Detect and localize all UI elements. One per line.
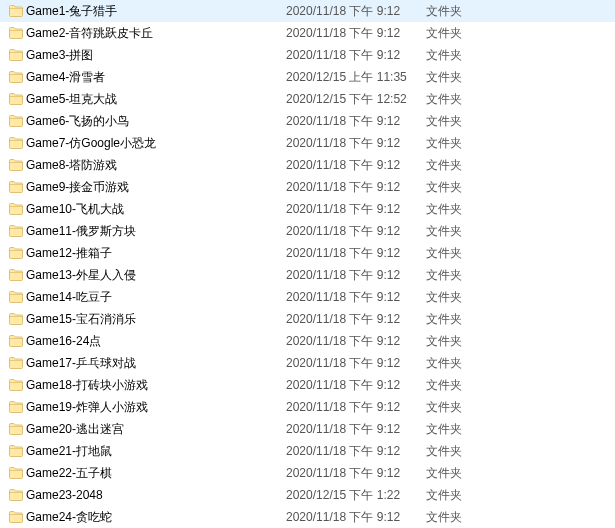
file-row[interactable]: Game15-宝石消消乐 2020/11/18 下午 9:12 文件夹 <box>0 308 615 330</box>
folder-icon <box>6 113 26 129</box>
file-list: Game1-兔子猎手 2020/11/18 下午 9:12 文件夹 Game2-… <box>0 0 615 528</box>
folder-icon <box>6 399 26 415</box>
file-name: Game2-音符跳跃皮卡丘 <box>26 25 286 42</box>
file-name: Game23-2048 <box>26 488 286 502</box>
file-row[interactable]: Game17-乒乓球对战 2020/11/18 下午 9:12 文件夹 <box>0 352 615 374</box>
file-date: 2020/12/15 下午 12:52 <box>286 91 426 108</box>
file-name: Game17-乒乓球对战 <box>26 355 286 372</box>
file-date: 2020/12/15 下午 1:22 <box>286 487 426 504</box>
file-date: 2020/11/18 下午 9:12 <box>286 377 426 394</box>
folder-icon <box>6 201 26 217</box>
file-name: Game18-打砖块小游戏 <box>26 377 286 394</box>
file-row[interactable]: Game13-外星人入侵 2020/11/18 下午 9:12 文件夹 <box>0 264 615 286</box>
file-type: 文件夹 <box>426 245 506 262</box>
file-name: Game21-打地鼠 <box>26 443 286 460</box>
folder-icon <box>6 69 26 85</box>
file-type: 文件夹 <box>426 47 506 64</box>
folder-icon <box>6 311 26 327</box>
folder-icon <box>6 509 26 525</box>
file-type: 文件夹 <box>426 267 506 284</box>
file-date: 2020/11/18 下午 9:12 <box>286 223 426 240</box>
folder-icon <box>6 245 26 261</box>
file-name: Game16-24点 <box>26 333 286 350</box>
file-date: 2020/11/18 下午 9:12 <box>286 509 426 526</box>
file-row[interactable]: Game24-贪吃蛇 2020/11/18 下午 9:12 文件夹 <box>0 506 615 528</box>
folder-icon <box>6 91 26 107</box>
file-type: 文件夹 <box>426 487 506 504</box>
file-date: 2020/11/18 下午 9:12 <box>286 113 426 130</box>
file-type: 文件夹 <box>426 377 506 394</box>
file-name: Game10-飞机大战 <box>26 201 286 218</box>
file-type: 文件夹 <box>426 91 506 108</box>
file-type: 文件夹 <box>426 113 506 130</box>
file-date: 2020/12/15 上午 11:35 <box>286 69 426 86</box>
file-name: Game19-炸弹人小游戏 <box>26 399 286 416</box>
file-date: 2020/11/18 下午 9:12 <box>286 399 426 416</box>
file-date: 2020/11/18 下午 9:12 <box>286 201 426 218</box>
file-row[interactable]: Game3-拼图 2020/11/18 下午 9:12 文件夹 <box>0 44 615 66</box>
file-row[interactable]: Game10-飞机大战 2020/11/18 下午 9:12 文件夹 <box>0 198 615 220</box>
file-row[interactable]: Game5-坦克大战 2020/12/15 下午 12:52 文件夹 <box>0 88 615 110</box>
file-date: 2020/11/18 下午 9:12 <box>286 179 426 196</box>
folder-icon <box>6 3 26 19</box>
file-row[interactable]: Game20-逃出迷宫 2020/11/18 下午 9:12 文件夹 <box>0 418 615 440</box>
file-type: 文件夹 <box>426 223 506 240</box>
folder-icon <box>6 289 26 305</box>
file-type: 文件夹 <box>426 465 506 482</box>
file-date: 2020/11/18 下午 9:12 <box>286 267 426 284</box>
file-row[interactable]: Game8-塔防游戏 2020/11/18 下午 9:12 文件夹 <box>0 154 615 176</box>
file-name: Game12-推箱子 <box>26 245 286 262</box>
file-row[interactable]: Game14-吃豆子 2020/11/18 下午 9:12 文件夹 <box>0 286 615 308</box>
file-date: 2020/11/18 下午 9:12 <box>286 245 426 262</box>
folder-icon <box>6 157 26 173</box>
file-row[interactable]: Game12-推箱子 2020/11/18 下午 9:12 文件夹 <box>0 242 615 264</box>
file-name: Game14-吃豆子 <box>26 289 286 306</box>
file-name: Game3-拼图 <box>26 47 286 64</box>
file-row[interactable]: Game6-飞扬的小鸟 2020/11/18 下午 9:12 文件夹 <box>0 110 615 132</box>
file-name: Game4-滑雪者 <box>26 69 286 86</box>
file-date: 2020/11/18 下午 9:12 <box>286 3 426 20</box>
file-row[interactable]: Game22-五子棋 2020/11/18 下午 9:12 文件夹 <box>0 462 615 484</box>
file-name: Game24-贪吃蛇 <box>26 509 286 526</box>
folder-icon <box>6 267 26 283</box>
file-type: 文件夹 <box>426 157 506 174</box>
file-row[interactable]: Game4-滑雪者 2020/12/15 上午 11:35 文件夹 <box>0 66 615 88</box>
file-type: 文件夹 <box>426 311 506 328</box>
folder-icon <box>6 47 26 63</box>
file-row[interactable]: Game1-兔子猎手 2020/11/18 下午 9:12 文件夹 <box>0 0 615 22</box>
file-name: Game5-坦克大战 <box>26 91 286 108</box>
file-date: 2020/11/18 下午 9:12 <box>286 157 426 174</box>
folder-icon <box>6 25 26 41</box>
file-name: Game8-塔防游戏 <box>26 157 286 174</box>
file-type: 文件夹 <box>426 3 506 20</box>
file-row[interactable]: Game9-接金币游戏 2020/11/18 下午 9:12 文件夹 <box>0 176 615 198</box>
file-date: 2020/11/18 下午 9:12 <box>286 289 426 306</box>
file-row[interactable]: Game16-24点 2020/11/18 下午 9:12 文件夹 <box>0 330 615 352</box>
file-date: 2020/11/18 下午 9:12 <box>286 135 426 152</box>
file-name: Game7-仿Google小恐龙 <box>26 135 286 152</box>
file-row[interactable]: Game2-音符跳跃皮卡丘 2020/11/18 下午 9:12 文件夹 <box>0 22 615 44</box>
file-row[interactable]: Game18-打砖块小游戏 2020/11/18 下午 9:12 文件夹 <box>0 374 615 396</box>
file-row[interactable]: Game7-仿Google小恐龙 2020/11/18 下午 9:12 文件夹 <box>0 132 615 154</box>
file-name: Game15-宝石消消乐 <box>26 311 286 328</box>
file-type: 文件夹 <box>426 179 506 196</box>
file-name: Game9-接金币游戏 <box>26 179 286 196</box>
file-row[interactable]: Game23-2048 2020/12/15 下午 1:22 文件夹 <box>0 484 615 506</box>
file-type: 文件夹 <box>426 399 506 416</box>
file-row[interactable]: Game19-炸弹人小游戏 2020/11/18 下午 9:12 文件夹 <box>0 396 615 418</box>
file-type: 文件夹 <box>426 25 506 42</box>
folder-icon <box>6 377 26 393</box>
file-type: 文件夹 <box>426 355 506 372</box>
folder-icon <box>6 179 26 195</box>
folder-icon <box>6 355 26 371</box>
file-name: Game20-逃出迷宫 <box>26 421 286 438</box>
file-name: Game22-五子棋 <box>26 465 286 482</box>
file-date: 2020/11/18 下午 9:12 <box>286 421 426 438</box>
file-name: Game11-俄罗斯方块 <box>26 223 286 240</box>
file-type: 文件夹 <box>426 69 506 86</box>
folder-icon <box>6 333 26 349</box>
file-row[interactable]: Game11-俄罗斯方块 2020/11/18 下午 9:12 文件夹 <box>0 220 615 242</box>
file-date: 2020/11/18 下午 9:12 <box>286 25 426 42</box>
file-row[interactable]: Game21-打地鼠 2020/11/18 下午 9:12 文件夹 <box>0 440 615 462</box>
file-type: 文件夹 <box>426 443 506 460</box>
